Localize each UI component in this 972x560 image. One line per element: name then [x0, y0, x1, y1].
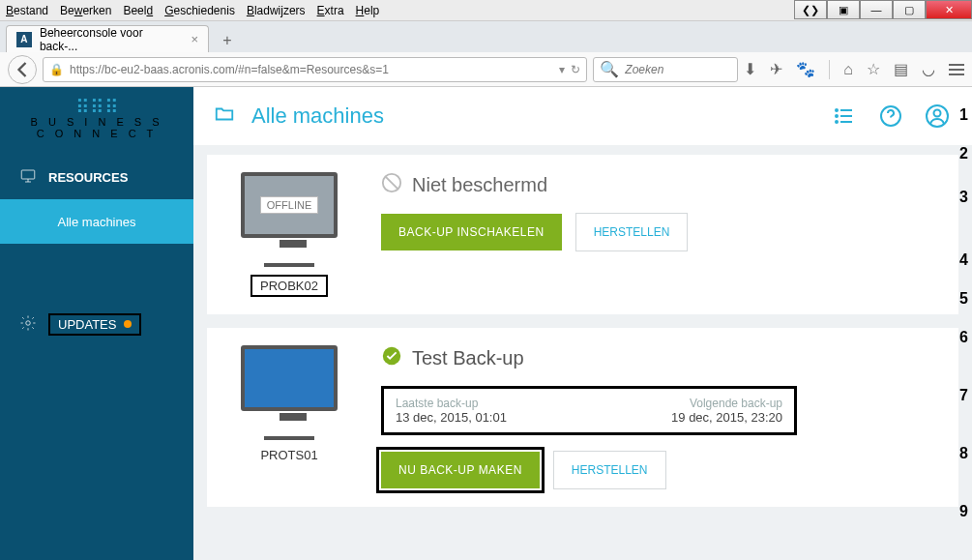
tabstrip: A Beheerconsole voor back-... × +	[0, 21, 972, 52]
next-backup-value: 19 dec, 2015, 23:20	[671, 410, 782, 425]
sidebar-item-updates[interactable]: UPDATES	[0, 302, 193, 346]
search-bar[interactable]: 🔍	[593, 57, 738, 82]
annotation-7: 7	[959, 387, 968, 404]
resources-label: RESOURCES	[48, 170, 128, 185]
annotation-3: 3	[959, 189, 968, 206]
next-backup-label: Volgende back-up	[671, 397, 782, 410]
folder-icon	[213, 103, 236, 129]
check-circle-icon	[381, 345, 402, 370]
account-icon[interactable]	[922, 104, 953, 128]
tab-close-icon[interactable]: ×	[191, 32, 198, 46]
svg-rect-0	[21, 170, 35, 179]
sidebar-item-resources[interactable]: RESOURCES	[0, 155, 193, 199]
page-header: Alle machines	[193, 87, 972, 145]
annotation-6: 6	[959, 329, 968, 346]
sidebar: ⠿⠿⠿ B U S I N E S S C O N N E C T RESOUR…	[0, 87, 193, 560]
gear-icon	[19, 314, 37, 335]
annotation-4: 4	[959, 251, 968, 269]
svg-point-3	[836, 115, 838, 117]
logo-line2: C O N N E C T	[37, 128, 158, 139]
svg-point-2	[836, 109, 838, 111]
machine-monitor-icon	[241, 345, 338, 411]
clipboard-icon[interactable]: ▤	[894, 60, 908, 78]
prohibited-icon	[381, 172, 402, 197]
close-button[interactable]: ✕	[926, 0, 972, 19]
browser-tab[interactable]: A Beheerconsole voor back-... ×	[6, 25, 209, 52]
offline-badge: OFFLINE	[260, 196, 318, 214]
url-input[interactable]	[70, 63, 553, 76]
menu-bladwijzers[interactable]: Bladwijzers	[247, 4, 306, 17]
logo-line1: B U S I N E S S	[30, 116, 162, 128]
restore-button[interactable]: HERSTELLEN	[575, 213, 689, 251]
logo: ⠿⠿⠿ B U S I N E S S C O N N E C T	[0, 87, 193, 155]
toolbar: 🔒 ▾ ↻ 🔍 ⬇ ✈ 🐾 ⌂ ☆ ▤ ◡	[0, 52, 972, 87]
svg-point-1	[26, 320, 31, 325]
tab-title: Beheerconsole voor back-...	[40, 26, 184, 53]
updates-label: UPDATES	[58, 317, 116, 332]
paw-icon[interactable]: 🐾	[796, 60, 815, 78]
lock-icon: 🔒	[49, 63, 64, 76]
menu-extra[interactable]: Extra	[317, 4, 344, 17]
machine-card: OFFLINE PROBK02 Niet beschermd BACK-UP I…	[207, 155, 958, 314]
pocket-icon[interactable]: ◡	[922, 60, 935, 78]
svg-point-7	[934, 110, 941, 117]
main-content: Alle machines OFFLINE PROBK02	[193, 87, 972, 560]
download-icon[interactable]: ⬇	[744, 60, 756, 78]
favicon: A	[16, 32, 32, 47]
last-backup-value: 13 dec, 2015, 01:01	[396, 410, 507, 425]
send-icon[interactable]: ✈	[770, 60, 782, 78]
minimize-button[interactable]: —	[860, 0, 893, 19]
machine-monitor-icon: OFFLINE	[241, 172, 338, 238]
monitor-icon	[19, 167, 37, 188]
url-bar[interactable]: 🔒 ▾ ↻	[43, 57, 587, 82]
last-backup-label: Laatste back-up	[396, 397, 507, 410]
status-title: Test Back-up	[412, 347, 524, 369]
status-title: Niet beschermd	[412, 174, 547, 196]
machine-card: PROTS01 Test Back-up Laatste back-up 13 …	[207, 328, 958, 507]
star-icon[interactable]: ☆	[867, 60, 880, 78]
menu-help[interactable]: Help	[356, 4, 380, 17]
menu-bewerken[interactable]: Bewerken	[60, 4, 111, 17]
dropdown-icon[interactable]: ▾	[559, 63, 565, 76]
overlay-btn2[interactable]: ▣	[827, 0, 860, 19]
menu-bestand[interactable]: Bestand	[6, 4, 48, 17]
enable-backup-button[interactable]: BACK-UP INSCHAKELEN	[381, 214, 562, 251]
all-machines-label: Alle machines	[58, 215, 136, 229]
svg-point-4	[836, 121, 838, 123]
search-input[interactable]	[625, 63, 731, 76]
new-tab-button[interactable]: +	[215, 29, 240, 52]
page-title: Alle machines	[251, 103, 813, 129]
sidebar-item-all-machines[interactable]: Alle machines	[0, 199, 193, 244]
annotation-8: 8	[959, 445, 968, 462]
search-icon: 🔍	[600, 60, 619, 78]
home-icon[interactable]: ⌂	[843, 61, 853, 78]
hamburger-menu[interactable]	[949, 61, 964, 78]
update-dot-icon	[124, 320, 132, 328]
menu-geschiedenis[interactable]: Geschiedenis	[164, 4, 235, 17]
restore-button[interactable]: HERSTELLEN	[553, 451, 666, 489]
backup-info-box: Laatste back-up 13 dec, 2015, 01:01 Volg…	[381, 386, 797, 435]
overlay-btn1[interactable]: ❮❯	[794, 0, 827, 19]
help-icon[interactable]	[875, 104, 906, 128]
menu-beeld[interactable]: Beeld	[123, 4, 153, 17]
list-view-icon[interactable]	[829, 104, 860, 128]
machine-name: PROBK02	[250, 275, 328, 297]
back-button[interactable]	[8, 55, 37, 84]
window-controls: ❮❯ ▣ — ▢ ✕	[794, 0, 972, 19]
backup-now-button[interactable]: NU BACK-UP MAKEN	[381, 452, 540, 488]
annotation-9: 9	[959, 503, 968, 520]
annotation-2: 2	[959, 145, 968, 162]
reload-icon[interactable]: ↻	[571, 63, 580, 76]
annotation-1: 1	[959, 106, 968, 124]
maximize-button[interactable]: ▢	[893, 0, 926, 19]
machine-name: PROTS01	[260, 448, 317, 462]
annotation-5: 5	[959, 290, 968, 308]
